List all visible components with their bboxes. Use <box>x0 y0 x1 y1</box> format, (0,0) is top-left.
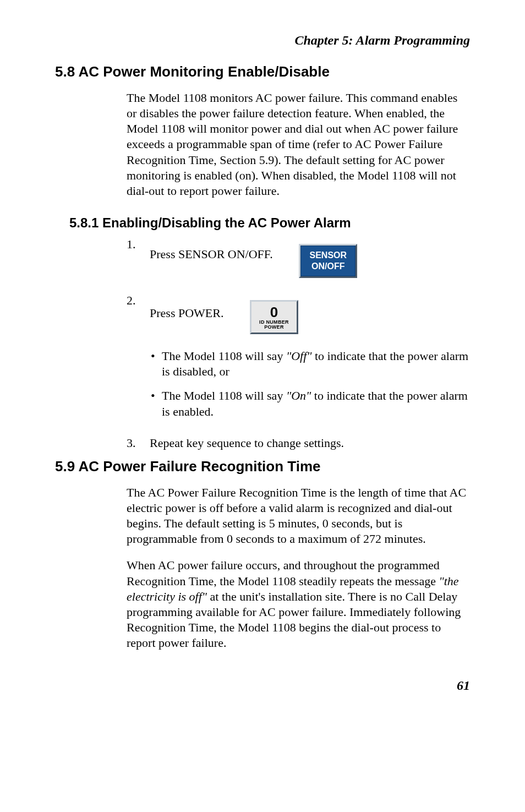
step-3: 3. Repeat key sequence to change setting… <box>127 436 470 450</box>
step-3-text: Repeat key sequence to change settings. <box>150 436 344 450</box>
step-1-number: 1. <box>127 237 150 286</box>
power-key-sub2: POWER <box>251 325 297 330</box>
sensor-key-line2: ON/OFF <box>300 261 356 272</box>
step-2-text: Press POWER. <box>150 306 223 320</box>
step-3-body: Repeat key sequence to change settings. <box>150 436 470 450</box>
step-2: 2. Press POWER. 0 ID NUMBER POWER The Mo… <box>127 293 470 428</box>
power-key: 0 ID NUMBER POWER <box>250 300 298 334</box>
steps-list: 1. Press SENSOR ON/OFF. SENSOR ON/OFF 2.… <box>127 237 470 450</box>
bullet-on-italic: "On" <box>286 389 311 402</box>
step-1-body: Press SENSOR ON/OFF. SENSOR ON/OFF <box>150 237 470 286</box>
step-3-number: 3. <box>127 436 150 450</box>
section-5-8-body: The Model 1108 monitors AC power failure… <box>127 90 470 199</box>
section-5-9-para2-pre: When AC power failure occurs, and throug… <box>127 558 440 587</box>
bullet-on: The Model 1108 will say "On" to indicate… <box>150 388 470 419</box>
step-2-body: Press POWER. 0 ID NUMBER POWER The Model… <box>150 293 470 428</box>
power-key-digit: 0 <box>251 305 297 319</box>
page-number: 61 <box>55 678 470 693</box>
section-5-8-paragraph: The Model 1108 monitors AC power failure… <box>127 90 470 199</box>
section-5-9-heading: 5.9 AC Power Failure Recognition Time <box>55 458 470 475</box>
step-2-bullets: The Model 1108 will say "Off" to indicat… <box>150 348 470 419</box>
power-key-icon: 0 ID NUMBER POWER <box>250 300 298 334</box>
bullet-off-italic: "Off" <box>286 349 312 363</box>
bullet-on-pre: The Model 1108 will say <box>162 389 286 402</box>
section-5-8-heading: 5.8 AC Power Monitoring Enable/Disable <box>55 63 470 80</box>
bullet-off-pre: The Model 1108 will say <box>162 349 286 363</box>
step-1: 1. Press SENSOR ON/OFF. SENSOR ON/OFF <box>127 237 470 286</box>
step-1-text: Press SENSOR ON/OFF. <box>150 247 273 261</box>
step-2-number: 2. <box>127 293 150 428</box>
bullet-off: The Model 1108 will say "Off" to indicat… <box>150 348 470 379</box>
page-container: Chapter 5: Alarm Programming 5.8 AC Powe… <box>0 0 525 715</box>
section-5-9-para1: The AC Power Failure Recognition Time is… <box>127 485 470 547</box>
sensor-onoff-key-icon: SENSOR ON/OFF <box>299 244 357 278</box>
chapter-header: Chapter 5: Alarm Programming <box>55 33 470 48</box>
section-5-9-body: The AC Power Failure Recognition Time is… <box>127 485 470 651</box>
section-5-8-1-heading: 5.8.1 Enabling/Disabling the AC Power Al… <box>69 215 470 231</box>
sensor-key-line1: SENSOR <box>300 250 356 261</box>
sensor-onoff-key: SENSOR ON/OFF <box>299 244 357 278</box>
section-5-9-para2: When AC power failure occurs, and throug… <box>127 558 470 651</box>
